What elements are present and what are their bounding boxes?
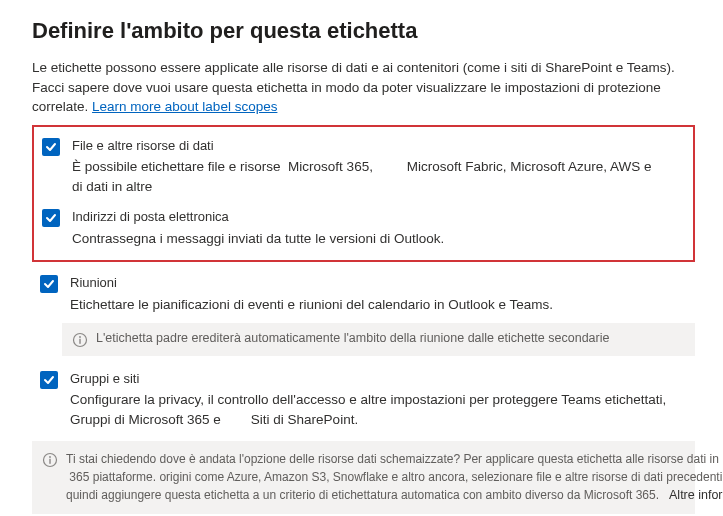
info-banner-meetings: L'etichetta padre erediterà automaticame… (62, 323, 695, 356)
option-email-desc: Contrassegna i messaggi inviati da tutte… (72, 229, 685, 249)
info-icon (42, 452, 58, 468)
option-meetings-label: Riunioni (70, 274, 687, 292)
checkmark-icon (43, 374, 55, 386)
intro-paragraph: Le etichette possono essere applicate al… (32, 58, 695, 117)
option-groups[interactable]: Gruppi e siti Configurare la privacy, il… (32, 364, 695, 432)
highlighted-scope-section: File e altre risorse di dati È possibile… (32, 125, 695, 263)
svg-rect-5 (49, 459, 50, 464)
checkbox-meetings[interactable] (40, 275, 58, 293)
learn-more-link[interactable]: Learn more about label scopes (92, 99, 277, 114)
checkmark-icon (43, 278, 55, 290)
option-email[interactable]: Indirizzi di posta elettronica Contrasse… (42, 204, 685, 250)
page-title: Definire l'ambito per questa etichetta (32, 18, 695, 44)
svg-point-4 (49, 456, 51, 458)
info-banner-footer-text: Ti stai chiedendo dove è andata l'opzion… (66, 451, 723, 504)
checkbox-files[interactable] (42, 138, 60, 156)
option-groups-desc: Configurare la privacy, il controllo del… (70, 390, 687, 429)
checkmark-icon (45, 141, 57, 153)
checkbox-email[interactable] (42, 209, 60, 227)
more-info-link[interactable]: Altre informazioni (669, 486, 723, 504)
option-files-label: File e altre risorse di dati (72, 137, 685, 155)
option-meetings-desc: Etichettare le pianificazioni di eventi … (70, 295, 687, 315)
info-banner-footer: Ti stai chiedendo dove è andata l'opzion… (32, 441, 695, 514)
option-email-label: Indirizzi di posta elettronica (72, 208, 685, 226)
option-meetings[interactable]: Riunioni Etichettare le pianificazioni d… (32, 268, 695, 316)
info-banner-meetings-text: L'etichetta padre erediterà automaticame… (96, 331, 685, 345)
checkbox-groups[interactable] (40, 371, 58, 389)
svg-point-1 (79, 336, 81, 338)
option-groups-label: Gruppi e siti (70, 370, 687, 388)
info-icon (72, 332, 88, 348)
svg-rect-2 (79, 338, 80, 343)
checkmark-icon (45, 212, 57, 224)
option-files[interactable]: File e altre risorse di dati È possibile… (42, 133, 685, 199)
option-files-desc: È possibile etichettare file e risorse M… (72, 157, 685, 196)
